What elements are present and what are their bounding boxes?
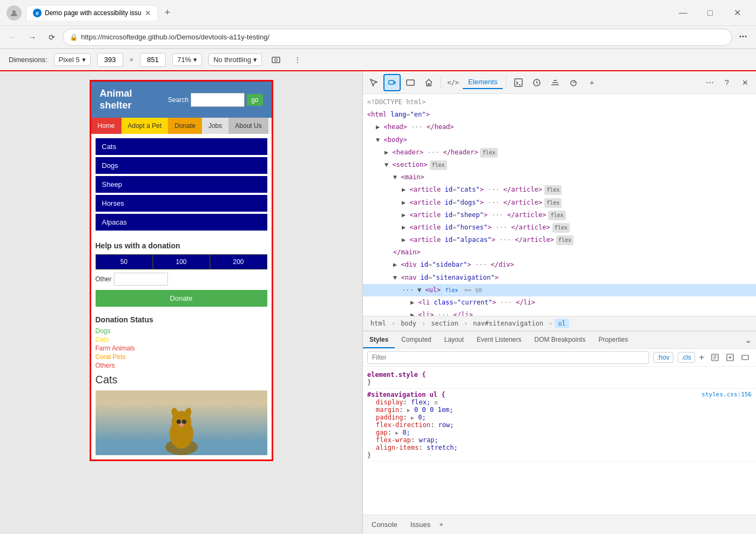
dom-html[interactable]: <html lang="en"> [363, 109, 756, 121]
animal-alpacas-button[interactable]: Alpacas [96, 214, 267, 231]
donation-amounts: 50 100 200 [96, 254, 267, 269]
other-amount-input[interactable] [114, 273, 168, 286]
tab-event-listeners[interactable]: Event Listeners [470, 332, 528, 348]
amount-200-button[interactable]: 200 [210, 254, 267, 269]
elements-tab[interactable]: Elements [463, 76, 503, 89]
dom-li-current[interactable]: ▶ <li class="current"> ··· </li> [363, 296, 756, 309]
height-input[interactable] [140, 53, 166, 67]
style-icon-3[interactable] [739, 351, 752, 364]
active-tab[interactable]: e Demo page with accessibility issu ✕ [26, 5, 158, 21]
nav-home[interactable]: Home [91, 118, 122, 134]
new-tab-button[interactable]: + [160, 6, 175, 19]
network-button[interactable] [546, 74, 564, 91]
inspect-element-button[interactable] [365, 74, 382, 91]
browser-more-button[interactable]: ··· [734, 29, 752, 46]
amount-50-button[interactable]: 50 [96, 254, 153, 269]
more-options-button[interactable]: ⋮ [290, 52, 305, 67]
hover-filter-button[interactable]: :hov [653, 352, 673, 363]
dom-doctype[interactable]: <!DOCTYPE html> [363, 96, 756, 109]
style-icon-2[interactable] [724, 351, 737, 364]
tab-close-button[interactable]: ✕ [145, 9, 151, 17]
nav-about[interactable]: About Us [228, 118, 268, 134]
nav-jobs[interactable]: Jobs [202, 118, 228, 134]
svg-point-10 [179, 423, 184, 427]
breadcrumb-html[interactable]: html [367, 319, 389, 328]
add-panel-button[interactable]: + [583, 74, 600, 91]
nav-adopt[interactable]: Adopt a Pet [122, 118, 168, 134]
console-tab[interactable]: Console [367, 518, 402, 531]
console-button[interactable] [510, 74, 527, 91]
devtools-help-button[interactable]: ? [718, 74, 735, 91]
breadcrumb-body[interactable]: body [397, 319, 420, 328]
dom-li-1[interactable]: ▶ <li> ··· </li> [363, 309, 756, 316]
animal-dogs-button[interactable]: Dogs [96, 157, 267, 174]
close-button[interactable]: ✕ [725, 4, 750, 22]
css-source-link[interactable]: styles.css:156 [701, 391, 752, 398]
tab-dom-breakpoints[interactable]: DOM Breakpoints [528, 332, 592, 348]
dom-section[interactable]: ▼ <section>flex [363, 159, 756, 171]
class-filter-button[interactable]: .cls [678, 352, 695, 363]
sources-button[interactable] [528, 74, 545, 91]
dom-article-sheep[interactable]: ▶ <article id="sheep"> ··· </article>fle… [363, 209, 756, 221]
dom-body[interactable]: ▼ <body> [363, 134, 756, 146]
breadcrumb-section[interactable]: section [428, 319, 462, 328]
issues-tab[interactable]: Issues [406, 518, 435, 531]
maximize-button[interactable]: □ [698, 4, 723, 22]
device-selector[interactable]: Pixel 5 ▾ [54, 53, 91, 66]
style-icon-1[interactable] [708, 351, 721, 364]
capture-screenshot-button[interactable] [268, 52, 284, 67]
flex-icon[interactable]: ⊞ [434, 400, 437, 405]
dom-ul[interactable]: ··· ▼ <ul>flex == $0 [363, 284, 756, 296]
dom-main[interactable]: ▼ <main> [363, 171, 756, 184]
dom-head[interactable]: ▶ <head> ··· </head> [363, 121, 756, 133]
animal-sheep-button[interactable]: Sheep [96, 176, 267, 193]
site-search-input[interactable] [191, 93, 245, 107]
css-prop-display: display: flex; ⊞ [367, 398, 752, 406]
css-rules: element.style { } #sitenavigation ul { s… [363, 367, 756, 515]
dom-article-horses[interactable]: ▶ <article id="horses"> ··· </article>fl… [363, 221, 756, 234]
dom-main-close[interactable]: </main> [363, 246, 756, 259]
svg-point-8 [177, 420, 181, 424]
back-button[interactable]: ← [4, 29, 22, 46]
devtools-panel: </> Elements + ··· ? ✕ [363, 71, 756, 534]
add-bottom-panel-button[interactable]: + [439, 521, 443, 529]
address-bar[interactable]: 🔒 https://microsoftedge.github.io/Demos/… [63, 29, 732, 46]
dom-div-sidebar[interactable]: ▶ <div id="sidebar"> ··· </div> [363, 259, 756, 271]
breadcrumb-nav[interactable]: nav#sitenavigation [470, 319, 546, 328]
status-dogs: Dogs [96, 327, 267, 335]
zoom-selector[interactable]: 71% ▾ [172, 53, 202, 66]
tab-styles[interactable]: Styles [363, 332, 395, 348]
home-button[interactable] [420, 74, 437, 91]
nav-donate[interactable]: Donate [168, 118, 202, 134]
donate-button[interactable]: Donate [96, 290, 267, 307]
dom-article-dogs[interactable]: ▶ <article id="dogs"> ··· </article>flex [363, 197, 756, 209]
tab-computed[interactable]: Computed [395, 332, 437, 348]
animal-horses-button[interactable]: Horses [96, 195, 267, 212]
width-input[interactable] [97, 53, 123, 67]
dom-nav[interactable]: ▼ <nav id="sitenavigation"> [363, 272, 756, 284]
animal-cats-button[interactable]: Cats [96, 138, 267, 155]
devtools-close-button[interactable]: ✕ [737, 74, 754, 91]
forward-button[interactable]: → [24, 29, 41, 46]
amount-100-button[interactable]: 100 [153, 254, 210, 269]
device-emulation-button[interactable] [383, 74, 401, 91]
console-drawer-button[interactable] [402, 74, 419, 91]
breadcrumb-ul[interactable]: ul [555, 319, 569, 328]
devtools-more-button[interactable]: ··· [703, 77, 717, 88]
reload-button[interactable]: ⟳ [43, 29, 60, 46]
dom-tree[interactable]: <!DOCTYPE html> <html lang="en"> ▶ <head… [363, 94, 756, 316]
minimize-button[interactable]: — [671, 4, 696, 22]
dom-header[interactable]: ▶ <header> ··· </header>flex [363, 146, 756, 159]
performance-button[interactable] [565, 74, 582, 91]
svg-rect-14 [515, 79, 522, 86]
tab-layout[interactable]: Layout [438, 332, 470, 348]
throttle-selector[interactable]: No throttling ▾ [208, 53, 262, 66]
tab-properties[interactable]: Properties [592, 332, 634, 348]
styles-filter-input[interactable] [367, 351, 649, 364]
site-search-button[interactable]: go [247, 94, 262, 106]
styles-chevron[interactable]: ⌄ [745, 335, 752, 345]
elements-panel-button[interactable]: </> [444, 74, 462, 91]
dom-article-cats[interactable]: ▶ <article id="cats"> ··· </article>flex [363, 184, 756, 196]
dom-article-alpacas[interactable]: ▶ <article id="alpacas"> ··· </article>f… [363, 234, 756, 246]
add-style-button[interactable]: + [699, 353, 704, 362]
